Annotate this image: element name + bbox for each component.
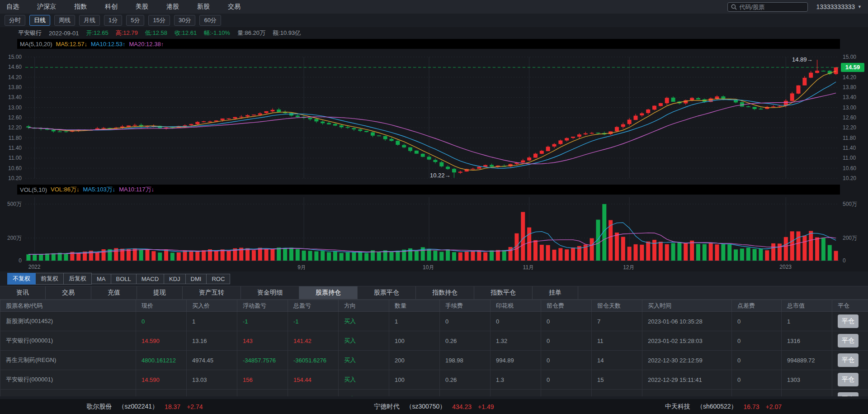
function-tab-指数平仓[interactable]: 指数平仓 (474, 286, 533, 299)
trading-app-window: 自选沪深京指数科创美股港股新股交易 13333333333 ▼ 分时日线周线月线… (0, 0, 868, 414)
table-cell: 13.16 (187, 331, 237, 351)
time-axis-label-12月: 12月 (623, 264, 634, 271)
nav-item-8[interactable]: 交易 (228, 3, 241, 11)
period-btn-日线[interactable]: 日线 (29, 15, 50, 26)
cell-value: -1 (243, 318, 248, 325)
nav-item-2[interactable]: 沪深京 (37, 3, 56, 11)
period-btn-60分[interactable]: 60分 (199, 15, 221, 26)
table-cell: 平安银行(000001) (0, 331, 136, 351)
cell-value: 平安银行(000001) (6, 337, 53, 344)
function-tab-资产互转[interactable]: 资产互转 (183, 286, 241, 299)
function-tab-交易[interactable]: 交易 (46, 286, 91, 299)
stock-search-box[interactable] (727, 2, 808, 12)
period-btn-周线[interactable]: 周线 (54, 15, 75, 26)
indicator-tab-KDJ[interactable]: KDJ (164, 274, 186, 284)
cell-value: 买入 (344, 376, 356, 383)
table-cell (642, 390, 732, 397)
ticker-item-1[interactable]: 歌尔股份 （sz002241）18.37+2.74 (0, 403, 289, 411)
table-row: 新股测试(001452)01-1-1买入100072023-01-06 10:3… (0, 312, 868, 331)
col-header-总盈亏: 总盈亏 (288, 300, 339, 312)
period-btn-分时[interactable]: 分时 (5, 15, 25, 26)
function-tab-充值[interactable]: 充值 (91, 286, 137, 299)
function-tab-资金明细[interactable]: 资金明细 (241, 286, 299, 299)
table-cell: 141.42 (288, 331, 339, 351)
col-header-买入时间: 买入时间 (642, 300, 732, 312)
volume-chart[interactable]: 500万500万200万200万00 (0, 195, 868, 263)
period-btn-5分[interactable]: 5分 (126, 15, 144, 26)
nav-item-6[interactable]: 港股 (166, 3, 179, 11)
account-number: 13333333333 (816, 3, 855, 10)
cell-value: 141.42 (293, 338, 311, 344)
close-position-button[interactable]: 平仓 (838, 334, 859, 347)
nav-item-4[interactable]: 科创 (105, 3, 118, 11)
period-btn-1分[interactable]: 1分 (104, 15, 122, 26)
candlestick-chart[interactable]: 15.0015.0014.6014.6014.2014.2013.8013.80… (0, 49, 868, 185)
period-btn-月线[interactable]: 月线 (79, 15, 100, 26)
indicator-tab-后复权[interactable]: 后复权 (64, 273, 92, 285)
nav-item-3[interactable]: 指数 (74, 3, 87, 11)
account-menu[interactable]: 13333333333 ▼ (816, 3, 862, 10)
close-position-button[interactable]: 平仓 (838, 392, 859, 396)
time-axis-label-2022: 2022 (28, 264, 41, 270)
cell-value: 0 (737, 338, 741, 344)
indicator-tab-MACD[interactable]: MACD (137, 274, 164, 284)
table-cell (782, 390, 832, 397)
table-cell: 143 (237, 331, 288, 351)
table-row: 平安银行(000001)14.59013.03156154.44买入1000.2… (0, 370, 868, 390)
function-tab-股票平仓[interactable]: 股票平仓 (358, 286, 416, 299)
vol-value: VOL:86万↓ (51, 186, 80, 194)
function-tab-提现[interactable]: 提现 (137, 286, 183, 299)
table-cell: 0 (732, 351, 782, 370)
svg-text:10.20: 10.20 (843, 175, 856, 181)
svg-text:13.00: 13.00 (8, 105, 22, 111)
cell-value: 100 (395, 376, 405, 383)
table-cell (187, 390, 237, 397)
quote-info-bar: 平安银行 2022-09-01 开:12.65高:12.79低:12.58收:1… (0, 27, 868, 39)
ticker-item-3[interactable]: 中天科技 （sh600522）16.73+2.07 (579, 403, 868, 411)
period-btn-15分[interactable]: 15分 (148, 15, 170, 26)
search-input[interactable] (739, 4, 804, 10)
svg-text:200万: 200万 (7, 235, 22, 241)
cell-value: 994889.72 (787, 357, 815, 364)
table-cell: 0.26 (440, 370, 491, 390)
table-cell: 买入 (339, 331, 389, 351)
cell-value: 156 (243, 376, 253, 383)
nav-item-7[interactable]: 新股 (197, 3, 210, 11)
col-header-总市值: 总市值 (782, 300, 832, 312)
indicator-tab-不复权[interactable]: 不复权 (7, 273, 36, 285)
svg-text:13.40: 13.40 (843, 94, 856, 100)
cell-value: -1 (293, 318, 299, 325)
ticker-price: 434.23 (452, 403, 472, 410)
period-btn-30分[interactable]: 30分 (174, 15, 195, 26)
svg-text:10.60: 10.60 (8, 165, 22, 171)
search-icon (731, 4, 737, 10)
close-position-button[interactable]: 平仓 (838, 373, 859, 386)
col-header-印花税: 印花税 (491, 300, 541, 312)
function-tab-资讯[interactable]: 资讯 (0, 286, 46, 299)
ticker-item-2[interactable]: 宁德时代 （sz300750）434.23+1.49 (289, 403, 579, 411)
indicator-tab-ROC[interactable]: ROC (207, 274, 230, 284)
ticker-price: 18.37 (165, 403, 180, 410)
nav-item-5[interactable]: 美股 (136, 3, 148, 11)
close-position-button[interactable]: 平仓 (838, 353, 859, 367)
function-tab-指数持仓[interactable]: 指数持仓 (416, 286, 474, 299)
svg-text:12.60: 12.60 (8, 114, 22, 121)
close-position-button[interactable]: 平仓 (838, 314, 859, 328)
svg-text:14.20: 14.20 (8, 74, 22, 81)
table-body: 新股测试(001452)01-1-1买入100072023-01-06 10:3… (0, 312, 868, 397)
table-cell: 1.3 (491, 370, 541, 390)
table-cell: 156 (237, 370, 288, 390)
function-tab-挂单[interactable]: 挂单 (533, 286, 578, 299)
indicator-tab-前复权[interactable]: 前复权 (36, 273, 64, 285)
indicator-tab-MA[interactable]: MA (92, 274, 111, 284)
svg-text:11.40: 11.40 (9, 145, 22, 151)
ticker-name: 歌尔股份 （sz002241） (86, 403, 158, 411)
table-cell: 1303 (782, 370, 832, 390)
function-tab-股票持仓[interactable]: 股票持仓 (299, 286, 358, 299)
table-cell: -34857.7576 (237, 351, 288, 370)
indicator-tab-BOLL[interactable]: BOLL (111, 274, 137, 284)
nav-item-1[interactable]: 自选 (6, 3, 19, 11)
svg-text:13.80: 13.80 (843, 84, 856, 90)
table-cell: 13.03 (187, 370, 237, 390)
indicator-tab-DMI[interactable]: DMI (186, 274, 207, 284)
